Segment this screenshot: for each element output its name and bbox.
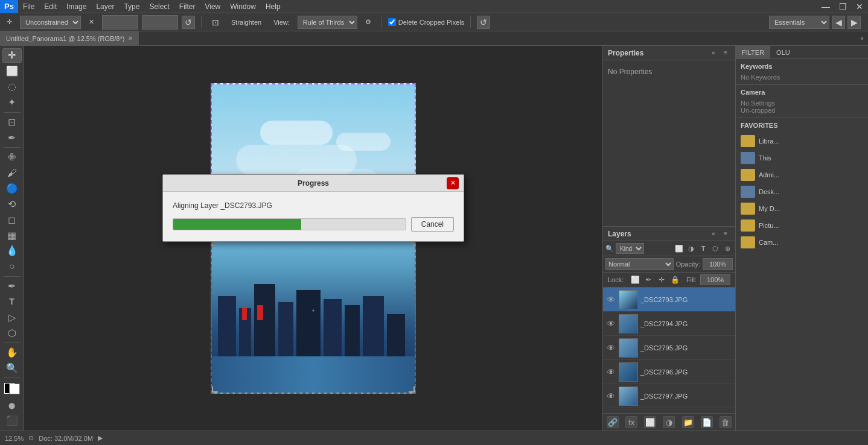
menu-layer[interactable]: Layer [91,0,119,13]
layer-item[interactable]: 👁 _DSC2797.JPG [603,384,735,408]
filter-type-btn[interactable]: T [698,243,709,254]
background-color[interactable] [9,383,20,394]
straighten-button[interactable]: Straighten [227,15,266,30]
folder-item-pictu[interactable]: Pictu... [741,217,863,234]
tool-eraser[interactable]: ◻ [2,212,22,227]
minimize-button[interactable]: — [817,0,834,13]
lock-position-btn[interactable]: ✛ [656,274,667,285]
new-layer-btn[interactable]: 📄 [701,416,713,428]
add-adjustment-btn[interactable]: ◑ [663,416,675,428]
delete-cropped-checkbox[interactable]: Delete Cropped Pixels [388,18,464,26]
menu-help[interactable]: Help [261,0,286,13]
tool-path[interactable]: ▷ [2,310,22,324]
reset-button[interactable]: ↺ [182,16,195,29]
size-h[interactable] [142,15,178,30]
essentials-select[interactable]: Essentials [769,16,829,29]
settings-icon[interactable]: ⚙ [361,15,375,30]
tab-close-button[interactable]: ✕ [128,35,133,42]
add-style-btn[interactable]: fx [625,416,637,428]
bridge-tab-filter[interactable]: FILTER [736,46,770,59]
tool-type[interactable]: T [2,294,22,309]
properties-collapse-button[interactable]: « [709,48,718,58]
tool-pen[interactable]: ✒ [2,279,22,293]
delete-layer-btn[interactable]: 🗑 [720,416,732,428]
properties-menu-button[interactable]: ≡ [721,48,730,58]
tool-blur[interactable]: 💧 [2,244,22,258]
layer-visibility-btn[interactable]: 👁 [605,294,616,305]
lock-transparent-btn[interactable]: ⬜ [630,274,640,285]
tool-move[interactable]: ✛ [2,48,22,63]
layer-visibility-btn[interactable]: 👁 [605,367,616,377]
color-swatch[interactable] [4,383,20,394]
close-button[interactable]: ✕ [851,0,868,13]
menu-view[interactable]: View [200,0,225,13]
size-w[interactable] [102,15,138,30]
maximize-button[interactable]: ❐ [834,0,851,13]
filter-pixel-btn[interactable]: ⬜ [674,243,685,254]
layer-item[interactable]: 👁 _DSC2795.JPG [603,336,735,360]
folder-item-this[interactable]: This [741,150,863,166]
layer-item[interactable]: 👁 _DSC2794.JPG [603,312,735,336]
layer-item[interactable]: 👁 _DSC2793.JPG [603,288,735,312]
menu-file[interactable]: File [18,0,39,13]
tool-spot-heal[interactable]: ✙ [2,150,22,165]
layers-collapse-button[interactable]: « [709,229,718,239]
right-arrow-button[interactable]: ▶ [847,16,861,29]
tool-options[interactable]: ✛ [2,15,16,30]
layer-visibility-btn[interactable]: 👁 [605,318,616,329]
folder-item-admi[interactable]: Admi... [741,166,863,183]
folder-item-cam[interactable]: Cam... [741,234,863,251]
fill-input[interactable] [700,274,730,285]
folder-item-desk[interactable]: Desk... [741,183,863,200]
filter-adjust-btn[interactable]: ◑ [686,243,697,254]
blend-mode-select[interactable]: Normal [605,258,674,270]
layer-visibility-btn[interactable]: 👁 [605,391,616,402]
filter-smart-btn[interactable]: ⊛ [722,243,733,254]
tool-lasso[interactable]: ◌ [2,80,22,94]
bridge-tab-olu[interactable]: OLU [770,46,796,59]
layers-menu-button[interactable]: ≡ [721,229,730,239]
tool-marquee[interactable]: ⬜ [2,64,22,78]
menu-image[interactable]: Image [62,0,91,13]
tool-eyedropper[interactable]: ✒ [2,130,22,145]
filter-shape-btn[interactable]: ⬡ [710,243,721,254]
tool-wand[interactable]: ✦ [2,95,22,110]
left-arrow-button[interactable]: ◀ [832,16,845,29]
menu-window[interactable]: Window [225,0,261,13]
opacity-input[interactable] [703,258,733,270]
menu-edit[interactable]: Edit [39,0,62,13]
folder-item-libra[interactable]: Libra... [741,133,863,150]
menu-type[interactable]: Type [119,0,144,13]
tool-gradient[interactable]: ▦ [2,228,22,242]
layer-item[interactable]: 👁 _DSC2796.JPG [603,360,735,384]
status-arrow[interactable]: ▶ [98,434,103,442]
tool-brush[interactable]: 🖌 [2,166,22,180]
dialog-close-button[interactable]: ✕ [447,177,459,189]
document-tab[interactable]: Untitled_Panorama1 @ 12.5% (RGB/8*) ✕ [0,31,139,46]
tool-crop[interactable]: ⊡ [2,115,22,129]
layer-visibility-btn[interactable]: 👁 [605,342,616,353]
menu-filter[interactable]: Filter [174,0,200,13]
quick-mask-btn[interactable]: ⬤ [2,398,22,412]
filter-type-select[interactable]: Kind [616,243,644,254]
folder-item-myd[interactable]: My D... [741,200,863,217]
cancel-button[interactable]: Cancel [411,217,454,232]
link-layers-btn[interactable]: 🔗 [607,416,619,428]
tool-history[interactable]: ⟲ [2,197,22,211]
constraint-select[interactable]: Unconstrained [20,16,81,29]
tool-stamp[interactable]: 🔵 [2,181,22,195]
undo-button[interactable]: ↺ [477,16,490,29]
clear-btn[interactable]: ✕ [85,15,98,30]
lock-all-btn[interactable]: 🔒 [669,274,680,285]
view-select[interactable]: Rule of Thirds [298,16,357,29]
tool-zoom[interactable]: 🔍 [2,361,22,376]
lock-paint-btn[interactable]: ✒ [643,274,654,285]
add-mask-btn[interactable]: ⬜ [644,416,656,428]
tabbar-more-button[interactable]: » [856,31,868,46]
crop-icon[interactable]: ⊡ [208,15,223,30]
menu-select[interactable]: Select [144,0,174,13]
screen-mode-btn[interactable]: ⬛ [2,414,22,428]
tool-dodge[interactable]: ○ [2,259,22,274]
tool-shape[interactable]: ⬡ [2,326,22,340]
new-group-btn[interactable]: 📁 [682,416,694,428]
